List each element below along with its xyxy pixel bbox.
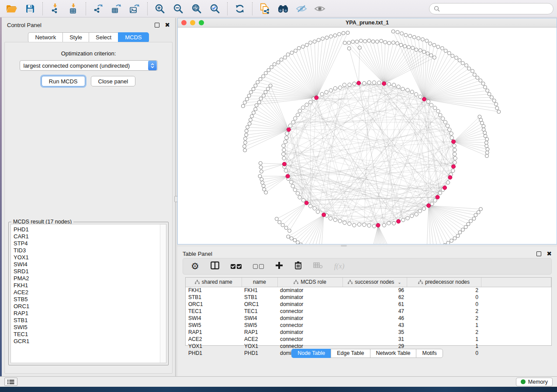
- mcds-list-item[interactable]: SRD1: [14, 268, 160, 275]
- graph-node[interactable]: [453, 237, 457, 240]
- graph-node[interactable]: [284, 226, 288, 230]
- graph-node[interactable]: [363, 39, 367, 43]
- graph-node[interactable]: [392, 83, 395, 86]
- graph-node[interactable]: [248, 122, 251, 125]
- graph-node[interactable]: [443, 244, 446, 244]
- graph-node[interactable]: [290, 51, 294, 55]
- column-header-mcds-role[interactable]: MCDS role: [277, 278, 343, 287]
- graph-node[interactable]: [395, 41, 399, 45]
- graph-node[interactable]: [410, 90, 414, 93]
- graph-node[interactable]: [406, 88, 409, 92]
- graph-node[interactable]: [375, 40, 379, 43]
- graph-node[interactable]: [357, 223, 361, 226]
- graph-node[interactable]: [411, 46, 415, 50]
- graph-node[interactable]: [382, 224, 386, 227]
- graph-node[interactable]: [296, 241, 300, 244]
- window-minimize-icon[interactable]: [190, 20, 195, 25]
- graph-node[interactable]: [438, 113, 442, 117]
- graph-node[interactable]: [298, 109, 301, 113]
- graph-node[interactable]: [284, 169, 287, 172]
- graph-node[interactable]: [450, 132, 453, 135]
- graph-node[interactable]: [418, 209, 422, 213]
- graph-node[interactable]: [262, 75, 265, 78]
- mcds-list-item[interactable]: PMA2: [14, 275, 160, 282]
- graph-node[interactable]: [329, 34, 332, 38]
- graph-dominator-node[interactable]: [427, 203, 431, 207]
- export-image-button[interactable]: [127, 2, 143, 16]
- tab-node-table[interactable]: Node Table: [291, 349, 331, 358]
- graph-dominator-node[interactable]: [436, 195, 439, 199]
- graph-node[interactable]: [243, 101, 246, 104]
- graph-node[interactable]: [297, 46, 301, 50]
- graph-node[interactable]: [259, 170, 263, 173]
- graph-node[interactable]: [255, 103, 258, 107]
- graph-node[interactable]: [453, 144, 456, 148]
- graph-dominator-node[interactable]: [286, 174, 290, 178]
- graph-node[interactable]: [461, 228, 464, 231]
- hide-selected-button[interactable]: [293, 2, 310, 16]
- graph-node[interactable]: [333, 34, 337, 37]
- graph-node[interactable]: [259, 165, 263, 169]
- graph-dominator-node[interactable]: [382, 82, 386, 86]
- close-panel-icon[interactable]: ✖: [165, 22, 170, 28]
- graph-node[interactable]: [483, 86, 487, 89]
- graph-node[interactable]: [320, 92, 324, 96]
- graph-node[interactable]: [291, 184, 294, 188]
- graph-node[interactable]: [296, 113, 299, 117]
- table-row[interactable]: STB1STB1dominator620: [186, 294, 551, 301]
- mcds-list-item[interactable]: SWI4: [14, 261, 160, 268]
- graph-node[interactable]: [282, 156, 286, 160]
- graph-node[interactable]: [461, 62, 464, 65]
- graph-node[interactable]: [380, 39, 383, 43]
- graph-node[interactable]: [387, 221, 391, 225]
- apply-layout-button[interactable]: [232, 2, 248, 16]
- graph-node[interactable]: [309, 100, 312, 104]
- graph-node[interactable]: [252, 87, 255, 91]
- graph-node[interactable]: [286, 53, 290, 56]
- graph-node[interactable]: [472, 217, 476, 220]
- graph-node[interactable]: [451, 54, 454, 58]
- graph-node[interactable]: [440, 47, 444, 50]
- graph-node[interactable]: [485, 151, 489, 155]
- tab-select[interactable]: Select: [89, 32, 118, 43]
- import-network-button[interactable]: [47, 2, 63, 16]
- graph-node[interactable]: [288, 124, 292, 127]
- graph-node[interactable]: [243, 148, 247, 152]
- graph-node[interactable]: [486, 89, 489, 92]
- graph-node[interactable]: [285, 136, 288, 139]
- graph-node[interactable]: [343, 83, 346, 86]
- graph-node[interactable]: [436, 45, 440, 48]
- table-row[interactable]: SWI5SWI5connector431: [186, 322, 551, 329]
- search-input[interactable]: [443, 5, 549, 12]
- graph-node[interactable]: [254, 84, 257, 87]
- criterion-dropdown[interactable]: largest connected component (undirected): [20, 60, 158, 71]
- graph-node[interactable]: [333, 218, 337, 221]
- graph-node[interactable]: [406, 217, 409, 220]
- graph-node[interactable]: [282, 148, 286, 151]
- graph-node[interactable]: [458, 230, 462, 234]
- tab-network[interactable]: Network: [28, 32, 62, 43]
- graph-node[interactable]: [387, 41, 391, 45]
- graph-node[interactable]: [294, 117, 297, 120]
- graph-node[interactable]: [256, 80, 259, 84]
- mcds-list-item[interactable]: GCR1: [14, 338, 160, 345]
- graph-node[interactable]: [447, 52, 451, 55]
- network-canvas[interactable]: [178, 28, 557, 244]
- zoom-selected-button[interactable]: [207, 2, 223, 16]
- graph-node[interactable]: [259, 77, 262, 81]
- graph-node[interactable]: [247, 94, 251, 97]
- tab-mcds[interactable]: MCDS: [118, 32, 149, 43]
- graph-node[interactable]: [353, 82, 356, 86]
- graph-node[interactable]: [289, 180, 293, 184]
- graph-node[interactable]: [488, 93, 491, 96]
- graph-node[interactable]: [259, 97, 263, 100]
- open-file-button[interactable]: [3, 2, 20, 16]
- graph-node[interactable]: [269, 84, 272, 87]
- graph-node[interactable]: [396, 31, 399, 34]
- graph-node[interactable]: [243, 144, 246, 148]
- graph-node[interactable]: [451, 169, 455, 172]
- graph-node[interactable]: [384, 41, 387, 44]
- graph-node[interactable]: [392, 221, 395, 225]
- graph-node[interactable]: [245, 133, 248, 137]
- graph-node[interactable]: [446, 181, 450, 184]
